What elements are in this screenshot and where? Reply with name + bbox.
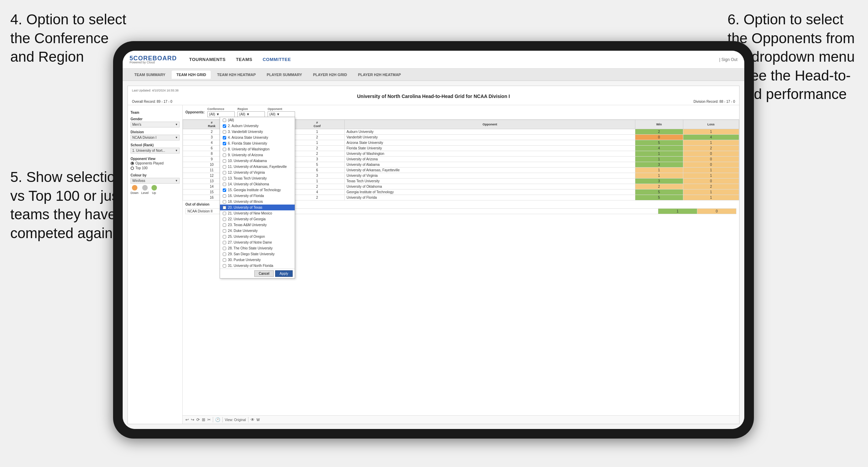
tablet-device: 5COREBOARD Powered by Cloud TOURNAMENTS … [113, 41, 754, 439]
cancel-button[interactable]: Cancel [254, 270, 274, 277]
dropdown-checkbox-texas-am[interactable] [223, 223, 226, 227]
dropdown-checkbox-washington[interactable] [223, 148, 226, 151]
dropdown-checkbox-oklahoma[interactable] [223, 183, 226, 186]
subnav-player-h2h-grid[interactable]: PLAYER H2H GRID [308, 71, 352, 79]
dropdown-checkbox-alabama[interactable] [223, 159, 226, 163]
dropdown-checkbox-auburn[interactable] [223, 124, 226, 128]
sign-out-link[interactable]: Sign Out [721, 57, 737, 62]
dropdown-checkbox-ohio-state[interactable] [223, 247, 226, 250]
dropdown-item-virginia[interactable]: 12. University of Virginia [220, 170, 295, 175]
dropdown-item-florida[interactable]: 16. University of Florida [220, 193, 295, 199]
dropdown-checkbox-georgia[interactable] [223, 218, 226, 221]
dropdown-item-texas-tech[interactable]: 13. Texas Tech University [220, 175, 295, 181]
colour-by-select[interactable]: Win/loss ▼ [131, 178, 180, 184]
opponent-dropdown[interactable]: (All) 2. Auburn University 3. Vanderbilt… [220, 117, 295, 279]
gender-select[interactable]: Men's ▼ [131, 122, 180, 127]
cell-win: 1 [635, 157, 683, 162]
copy-icon[interactable]: ⊞ [202, 417, 205, 422]
dropdown-item-new-mexico[interactable]: 21. University of New Mexico [220, 210, 295, 216]
nav-teams[interactable]: TEAMS [236, 57, 252, 62]
dropdown-item-all[interactable]: (All) [220, 117, 295, 123]
dropdown-item-illinois[interactable]: 18. University of Illinois [220, 199, 295, 205]
cell-loss: 1 [683, 140, 739, 146]
dropdown-checkbox-north-florida[interactable] [223, 264, 226, 268]
dropdown-item-purdue[interactable]: 30. Purdue University [220, 257, 295, 263]
subnav-team-h2h-heatmap[interactable]: TEAM H2H HEATMAP [212, 71, 260, 79]
dropdown-item-florida-state[interactable]: 6. Florida State University [220, 140, 295, 146]
dropdown-checkbox-notre-dame[interactable] [223, 241, 226, 244]
dropdown-item-duke[interactable]: 24. Duke University [220, 228, 295, 234]
gender-arrow-icon: ▼ [175, 123, 178, 126]
col-conf: #Conf [290, 120, 345, 129]
dropdown-checkbox-arizona[interactable] [223, 153, 226, 157]
dropdown-item-georgia-tech[interactable]: 15. Georgia Institute of Technology [220, 187, 295, 193]
dropdown-item-texas[interactable]: 20. University of Texas [220, 205, 295, 210]
dropdown-checkbox-arizona-state[interactable] [223, 136, 226, 139]
cell-conf: 1 [290, 129, 345, 135]
dropdown-checkbox-new-mexico[interactable] [223, 212, 226, 215]
dropdown-item-san-diego[interactable]: 29. San Diego State University [220, 251, 295, 257]
dropdown-checkbox-duke[interactable] [223, 229, 226, 233]
dropdown-item-texas-am[interactable]: 23. Texas A&M University [220, 222, 295, 228]
dropdown-item-north-florida[interactable]: 31. University of North Florida [220, 263, 295, 269]
subnav-team-h2h-grid[interactable]: TEAM H2H GRID [172, 71, 211, 79]
subnav-player-summary[interactable]: PLAYER SUMMARY [262, 71, 307, 79]
panel-header: Last Updated: 4/10/2024 16:55:38 Univers… [128, 86, 739, 105]
undo-icon[interactable]: ↩ [185, 417, 189, 422]
dropdown-checkbox-oregon[interactable] [223, 235, 226, 238]
cell-conf: 2 [290, 135, 345, 140]
colour-arrow-icon: ▼ [175, 179, 178, 182]
dropdown-checkbox-virginia[interactable] [223, 171, 226, 174]
dropdown-checkbox-arkansas[interactable] [223, 165, 226, 169]
legend-up-dot [151, 185, 157, 191]
dropdown-checkbox-illinois[interactable] [223, 200, 226, 204]
col-win: Win [635, 120, 683, 129]
dropdown-item-arizona-state[interactable]: 4. Arizona State University [220, 135, 295, 140]
nav-committee[interactable]: COMMITTEE [262, 57, 291, 62]
clock-icon[interactable]: 🕐 [215, 417, 220, 422]
dropdown-checkbox-vanderbilt[interactable] [223, 130, 226, 134]
dropdown-item-arizona[interactable]: 9. University of Arizona [220, 152, 295, 158]
apply-button[interactable]: Apply [275, 270, 293, 277]
opponent-filter-label: Opponent [268, 107, 295, 111]
dropdown-item-auburn[interactable]: 2. Auburn University [220, 123, 295, 129]
legend-down: Down [131, 185, 138, 195]
dropdown-checkbox-georgia-tech[interactable] [223, 188, 226, 192]
dropdown-item-oregon[interactable]: 25. University of Oregon [220, 234, 295, 239]
opponent-filter-select[interactable]: (All) ▼ [268, 111, 295, 117]
annotation-1-body: Option to select the Conference and Regi… [10, 11, 126, 65]
cell-opponent: University of Washington [345, 151, 635, 157]
conference-filter-select[interactable]: (All) ▼ [207, 111, 235, 117]
dropdown-item-georgia[interactable]: 22. University of Georgia [220, 216, 295, 222]
region-filter-select[interactable]: (All) ▼ [237, 111, 265, 117]
nav-tournaments[interactable]: TOURNAMENTS [189, 57, 225, 62]
dropdown-checkbox-florida[interactable] [223, 194, 226, 198]
dropdown-item-washington[interactable]: 8. University of Washington [220, 146, 295, 152]
dropdown-item-ohio-state[interactable]: 28. The Ohio State University [220, 245, 295, 251]
dropdown-checkbox-all[interactable] [223, 119, 226, 122]
opponents-played-label: Opponents Played [135, 161, 163, 165]
dropdown-item-arkansas[interactable]: 11. University of Arkansas, Fayetteville [220, 164, 295, 170]
dropdown-item-vanderbilt[interactable]: 3. Vanderbilt University [220, 129, 295, 135]
opponents-played-radio[interactable]: Opponents Played [131, 161, 180, 165]
reset-icon[interactable]: ⟳ [196, 417, 200, 422]
school-select[interactable]: 1. University of Nort... ▼ [131, 148, 180, 153]
dropdown-checkbox-florida-state[interactable] [223, 142, 226, 145]
panel-subtitle: Overall Record: 89 - 17 - 0 Division Rec… [132, 100, 735, 103]
dropdown-checkbox-texas-tech[interactable] [223, 177, 226, 180]
eye-icon[interactable]: 👁 [250, 417, 255, 422]
dropdown-checkbox-texas[interactable] [223, 206, 226, 209]
top-100-radio[interactable]: Top 100 [131, 166, 180, 170]
dropdown-item-alabama[interactable]: 10. University of Alabama [220, 158, 295, 164]
division-select[interactable]: NCAA Division I ▼ [131, 135, 180, 140]
sub-nav: TEAM SUMMARY TEAM H2H GRID TEAM H2H HEAT… [123, 69, 744, 81]
dropdown-checkbox-purdue[interactable] [223, 258, 226, 262]
dropdown-item-oklahoma[interactable]: 14. University of Oklahoma [220, 181, 295, 187]
subnav-player-h2h-heatmap[interactable]: PLAYER H2H HEATMAP [353, 71, 406, 79]
dropdown-item-notre-dame[interactable]: 27. University of Notre Dame [220, 239, 295, 245]
redo-icon[interactable]: ↪ [191, 417, 194, 422]
cut-icon[interactable]: ✂ [207, 417, 211, 422]
subnav-team-summary[interactable]: TEAM SUMMARY [130, 71, 170, 79]
dropdown-checkbox-san-diego[interactable] [223, 253, 226, 256]
annotation-1-text: 4. [10, 11, 22, 27]
